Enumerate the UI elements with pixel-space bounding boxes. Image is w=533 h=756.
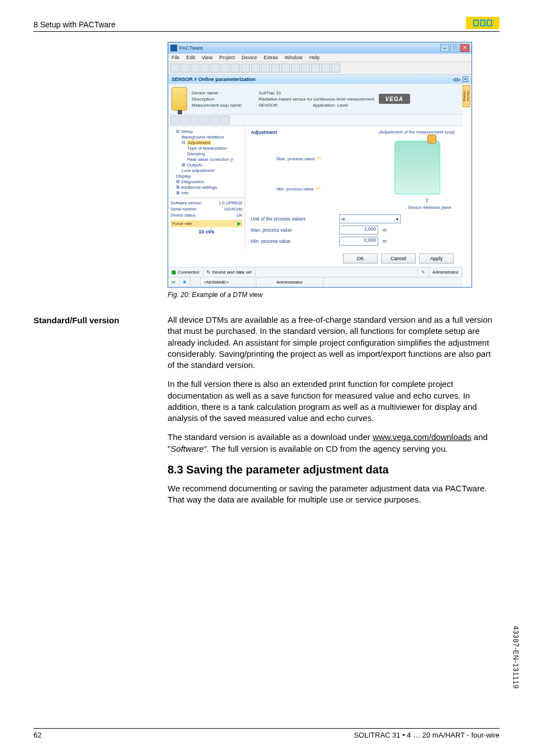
figure-caption: Fig. 20: Example of a DTM view [168,291,499,299]
tree-item[interactable]: Lock adjustment [182,168,242,173]
pin-icon[interactable]: ◁ ▷ [453,77,460,82]
toolbar-button[interactable] [211,116,220,125]
toolbar-button[interactable] [291,64,300,73]
page-number: 62 [34,731,41,739]
panel-close-icon[interactable]: × [463,76,468,82]
toolbar-button[interactable] [180,116,189,125]
toolbar-button[interactable] [201,116,210,125]
device-info-bar: Device name: SoliTrac 31 Description: Ra… [168,84,463,114]
toolbar-button[interactable] [251,64,260,73]
heading-8-3: 8.3 Saving the parameter adjustment data [168,462,499,477]
value: Radiation-based sensor for continuous le… [259,97,374,102]
toolbar-button[interactable] [180,64,189,73]
toolbar-button[interactable] [321,64,330,73]
toolbar-button[interactable] [170,64,179,73]
label: Max. process value [277,156,315,161]
label: Serial number [170,207,197,212]
toolbar-secondary [168,114,463,126]
menu-bar: File Edit View Project Device Extras Win… [168,54,472,62]
tree-item[interactable]: Outputs [187,162,202,168]
dtm-screenshot: PACTware – □ × File Edit View Project De… [168,42,499,288]
toolbar [168,62,472,75]
menu-view[interactable]: View [202,55,212,60]
window-titlebar: PACTware – □ × [168,42,472,54]
device-image [172,87,187,111]
window-title: PACTware [179,45,203,51]
tree-item[interactable]: Real value correction (r [187,157,242,162]
circle-icon: ○ [194,280,197,285]
value: Level [337,103,348,108]
tree-item[interactable]: Diagnostics [181,179,204,184]
pulse-rate-row[interactable]: Pulse rate ▶ [170,220,242,227]
toolbar-button[interactable] [191,64,199,73]
label: Pulse rate [172,221,192,226]
tree-item[interactable]: Type of linearization [187,146,242,151]
toolbar-button[interactable] [271,64,280,73]
label: Device name: [192,90,259,95]
status-admin: Administrator [432,270,459,275]
tree-item-selected[interactable]: Adjustment [187,140,211,145]
play-icon[interactable]: ▶ [237,221,241,226]
panel-title: SENSOR # Online parameterization [172,76,256,82]
menu-edit[interactable]: Edit [187,55,196,60]
min-value-input[interactable]: 0,000 [339,237,378,246]
toolbar-button[interactable] [221,64,230,73]
cancel-button[interactable]: Cancel [381,253,416,264]
unit: m [383,238,387,244]
tree-item[interactable]: Info [181,190,188,195]
label: Min. process value [277,186,314,192]
toolbar-button[interactable] [201,64,210,73]
toolbar-button[interactable] [231,64,240,73]
edit-icon: ✎ [421,270,425,275]
snowflake-icon: ✱ [183,280,187,285]
label: Device status [170,213,196,218]
toolbar-button[interactable] [191,116,199,125]
unit: m [383,227,387,233]
value: 19245346 [224,207,242,212]
menu-help[interactable]: Help [309,55,320,60]
device-catalog-tab[interactable]: Device catalog [463,85,470,107]
toolbar-button[interactable] [241,64,250,73]
toolbar-button[interactable] [221,116,230,125]
header-title: 8 Setup with PACTware [34,20,116,29]
value: SoliTrac 31 [259,90,313,95]
refresh-icon: ↻ [207,270,211,275]
maximize-button[interactable]: □ [450,44,459,52]
nav-tree[interactable]: ⊟ Setup Background radiation ⊟ Adjustmen… [168,126,245,249]
menu-file[interactable]: File [172,55,180,60]
toolbar-button[interactable] [170,116,179,125]
footer-doc-title: SOLITRAC 31 • 4 … 20 mA/HART - four-wire [354,731,499,739]
ok-button[interactable]: OK [343,253,378,264]
paragraph: We recommend documenting or saving the p… [168,483,499,506]
paragraph: The standard version is available as a d… [168,432,499,454]
label: Description: [192,97,259,102]
toolbar-button[interactable] [211,64,220,73]
menu-project[interactable]: Project [219,55,235,60]
menu-window[interactable]: Window [284,55,302,60]
toolbar-button[interactable] [301,64,310,73]
apply-button[interactable]: Apply [419,253,454,264]
app-icon [170,45,177,51]
download-link[interactable]: www.vega.com/downloads [373,432,472,442]
chevron-down-icon: ▾ [396,217,398,222]
max-value-input[interactable]: 1,000 [339,226,378,235]
menu-device[interactable]: Device [241,55,257,60]
toolbar-button[interactable] [331,64,340,73]
toolbar-button[interactable] [311,64,320,73]
status-connected: Connected [178,270,199,275]
toolbar-button[interactable] [261,64,270,73]
tree-item[interactable]: Damping [187,151,242,156]
tree-item[interactable]: Additional settings [181,185,217,190]
page-footer: 62 SOLITRAC 31 • 4 … 20 mA/HART - four-w… [34,728,499,739]
tree-setup[interactable]: Setup [181,129,193,134]
minimize-button[interactable]: – [440,44,449,52]
unit-select[interactable]: m▾ [339,214,401,223]
close-button[interactable]: × [460,44,469,52]
toolbar-button[interactable] [281,64,290,73]
tree-item[interactable]: Display [176,174,242,179]
arrow-up-icon: ⇧ [425,197,429,203]
tree-item[interactable]: Background radiation [182,135,242,140]
value: OK [236,213,242,218]
menu-extras[interactable]: Extras [264,55,278,60]
arrow-right-icon: ⇨ [316,154,322,162]
